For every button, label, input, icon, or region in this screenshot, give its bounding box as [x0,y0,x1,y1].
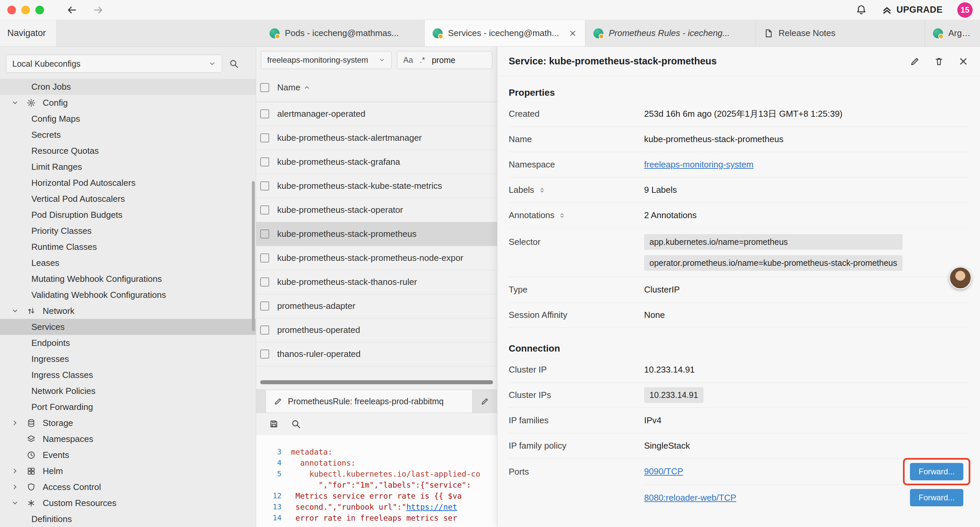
namespace-link[interactable]: freeleaps-monitoring-system [644,159,754,170]
edit-button[interactable] [910,56,920,66]
sidebar-search-button[interactable] [229,59,239,69]
row-checkbox[interactable] [260,110,269,118]
sidebar-item-port-forwarding[interactable]: Port Forwarding [0,399,256,415]
chevron-down-icon[interactable] [11,307,27,315]
sidebar-scrollbar[interactable] [252,181,255,331]
sidebar-item-storage[interactable]: Storage [0,415,256,431]
tab-release-notes[interactable]: Release Notes [756,20,925,46]
sidebar-item-events[interactable]: Events [0,447,256,463]
sidebar-item-endpoints[interactable]: Endpoints [0,335,256,351]
user-avatar[interactable] [949,266,972,289]
row-checkbox[interactable] [260,182,269,191]
table-row[interactable]: kube-prometheus-stack-prometheus-node-ex… [256,246,497,270]
row-checkbox[interactable] [260,158,269,166]
navigator-panel-tab[interactable]: Navigator [0,20,57,46]
row-checkbox[interactable] [260,134,269,142]
sidebar-item-secrets[interactable]: Secrets [0,127,256,143]
sidebar-item-horizontal-pod-autoscalers[interactable]: Horizontal Pod Autoscalers [0,175,256,191]
sidebar-item-validating-webhook-configurations[interactable]: Validating Webhook Configurations [0,287,256,303]
bell-icon[interactable] [856,4,867,16]
table-row[interactable]: thanos-ruler-operated [256,342,497,366]
chevron-down-icon[interactable] [11,499,27,507]
kubeconfig-select[interactable]: Local Kubeconfigs [6,55,222,73]
namespace-filter-select[interactable]: freeleaps-monitoring-system [261,51,391,69]
code-line: metadata: [291,447,332,456]
select-all-checkbox[interactable] [260,83,269,92]
sidebar-item-pod-disruption-budgets[interactable]: Pod Disruption Budgets [0,207,256,223]
chevron-right-icon[interactable] [11,467,27,474]
sidebar-item-ingresses[interactable]: Ingresses [0,351,256,367]
sidebar-item-mutating-webhook-configurations[interactable]: Mutating Webhook Configurations [0,271,256,287]
expand-toggle-icon[interactable] [558,212,566,219]
sidebar-item-priority-classes[interactable]: Priority Classes [0,223,256,239]
tab-services[interactable]: Services - icecheng@math... [425,20,585,46]
port-link[interactable]: 9090/TCP [644,466,683,477]
chevron-right-icon[interactable] [11,483,27,490]
chevron-right-icon[interactable] [11,419,27,427]
sidebar-item-helm[interactable]: Helm [0,463,256,479]
port-link[interactable]: 8080:reloader-web/TCP [644,493,736,503]
sidebar-item-definitions[interactable]: Definitions [0,511,256,527]
dock-tab-prometheusrule[interactable]: PrometheusRule: freeleaps-prod-rabbitmq [266,390,473,412]
table-row[interactable]: kube-prometheus-stack-thanos-ruler [256,270,497,294]
sidebar-item-runtime-classes[interactable]: Runtime Classes [0,239,256,255]
sidebar-item-config[interactable]: Config [0,95,256,111]
editor-search-icon[interactable] [291,419,301,429]
close-tab-icon[interactable] [568,29,577,38]
delete-button[interactable] [934,56,944,66]
table-row[interactable]: kube-prometheus-stack-grafana [256,150,497,174]
sidebar-item-vertical-pod-autoscalers[interactable]: Vertical Pod Autoscalers [0,191,256,207]
tab-argo[interactable]: Argo Se [925,20,980,46]
maximize-window-button[interactable] [35,6,44,14]
row-checkbox[interactable] [260,350,269,358]
sidebar-item-network[interactable]: Network [0,303,256,319]
tab-prometheus-rules[interactable]: Prometheus Rules - icecheng... [585,20,756,46]
close-panel-button[interactable] [958,56,969,67]
table-row[interactable]: kube-prometheus-stack-kube-state-metrics [256,174,497,198]
sidebar-item-network-policies[interactable]: Network Policies [0,383,256,399]
expand-toggle-icon[interactable] [538,186,546,194]
upgrade-button[interactable]: UPGRADE [881,5,943,15]
notification-count-badge[interactable]: 15 [957,2,973,18]
sidebar-tree: Cron Jobs Config Config Maps Secrets Res… [0,79,256,527]
dock-tab-partial[interactable] [473,390,497,412]
forward-arrow-icon[interactable] [93,4,104,16]
name-column-header[interactable]: Name [277,83,310,93]
back-arrow-icon[interactable] [66,4,77,16]
table-row[interactable]: kube-prometheus-stack-operator [256,198,497,222]
resource-list-pane: freeleaps-monitoring-system Aa .* prome … [256,47,497,527]
sidebar-item-namespaces[interactable]: Namespaces [0,431,256,447]
row-checkbox[interactable] [260,229,269,239]
forward-button[interactable]: Forward... [910,489,963,506]
row-checkbox[interactable] [260,277,269,287]
row-checkbox[interactable] [260,301,269,310]
minimize-window-button[interactable] [21,6,30,14]
sidebar-item-cron-jobs[interactable]: Cron Jobs [0,79,256,95]
sidebar-item-leases[interactable]: Leases [0,255,256,271]
sidebar-item-access-control[interactable]: Access Control [0,479,256,495]
sidebar-item-services[interactable]: Services [0,319,256,335]
row-checkbox[interactable] [260,253,269,263]
list-search-input[interactable]: Aa .* prome [397,51,492,69]
sidebar-item-custom-resources[interactable]: Custom Resources [0,495,256,511]
table-row[interactable]: kube-prometheus-stack-alertmanager [256,126,497,150]
row-checkbox[interactable] [260,205,269,215]
table-row[interactable]: alertmanager-operated [256,102,497,126]
close-window-button[interactable] [7,6,16,14]
sidebar-item-resource-quotas[interactable]: Resource Quotas [0,143,256,159]
tab-pods[interactable]: Pods - icecheng@mathmas... [261,20,425,46]
sidebar-item-limit-ranges[interactable]: Limit Ranges [0,159,256,175]
match-case-toggle[interactable]: Aa [403,56,413,65]
horizontal-scrollbar[interactable] [260,380,493,384]
save-icon[interactable] [269,419,279,429]
forward-button[interactable]: Forward... [910,463,963,480]
regex-toggle[interactable]: .* [420,56,425,65]
table-row[interactable]: prometheus-adapter [256,294,497,318]
row-checkbox[interactable] [260,326,269,334]
table-row[interactable]: prometheus-operated [256,318,497,342]
chevron-down-icon[interactable] [11,99,27,107]
sidebar-item-config-maps[interactable]: Config Maps [0,111,256,127]
yaml-editor[interactable]: 3metadata: 4 annotations: 5 kubectl.kube… [256,435,497,527]
table-row-selected[interactable]: kube-prometheus-stack-prometheus [256,222,497,246]
sidebar-item-ingress-classes[interactable]: Ingress Classes [0,367,256,383]
